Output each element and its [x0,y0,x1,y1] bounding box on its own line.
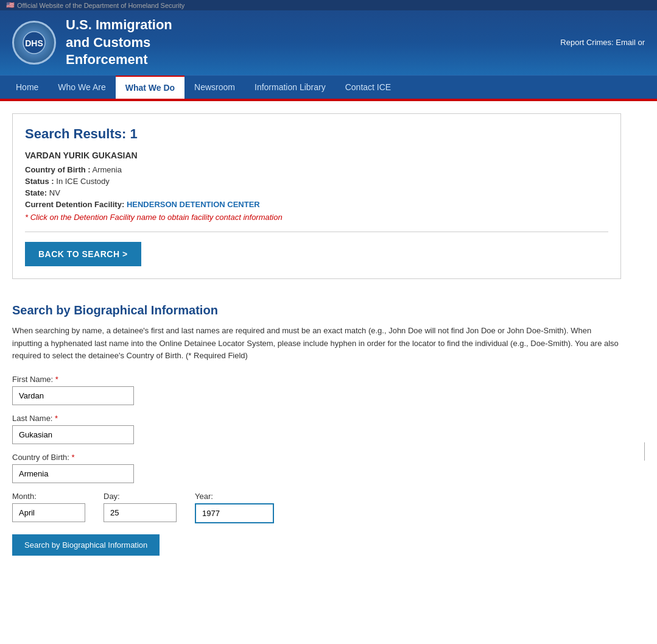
day-input[interactable] [104,503,177,522]
first-name-input[interactable] [12,386,134,405]
state-row: State: NV [25,188,608,197]
search-section-title: Search by Biographical Information [12,303,621,317]
year-label: Year: [195,492,274,501]
month-input[interactable] [12,503,85,522]
search-submit-button[interactable]: Search by Biographical Information [12,534,160,556]
country-label: Country of Birth: * [12,453,621,462]
site-title: U.S. Immigration and Customs Enforcement [66,16,172,69]
header-logo-area: DHS U.S. Immigration and Customs Enforce… [12,16,172,69]
section-divider [25,232,608,232]
first-name-label: First Name: * [12,375,621,384]
last-name-input[interactable] [12,425,134,444]
day-label: Day: [104,492,177,501]
year-group: Year: [195,492,274,523]
results-title: Search Results: 1 [25,126,608,142]
nav-home[interactable]: Home [6,76,48,98]
status-row: Status : In ICE Custody [25,177,608,186]
last-name-required: * [55,414,58,423]
facility-link[interactable]: HENDERSON DETENTION CENTER [127,200,260,209]
facility-row: Current Detention Facility: HENDERSON DE… [25,200,608,209]
last-name-group: Last Name: * [12,414,621,444]
facility-note: * Click on the Detention Facility name t… [25,213,608,222]
first-name-group: First Name: * [12,375,621,405]
date-row: Month: Day: Year: [12,492,621,523]
country-input[interactable] [12,464,134,483]
search-form-section: Search by Biographical Information When … [12,297,621,562]
country-group: Country of Birth: * [12,453,621,483]
search-description: When searching by name, a detainee's fir… [12,325,621,363]
official-banner: 🇺🇸 Official Website of the Department of… [0,0,657,10]
nav-information-library[interactable]: Information Library [245,76,336,98]
report-crimes-text: Report Crimes: Email or [560,38,645,47]
nav-what-we-do[interactable]: What We Do [116,76,184,99]
state-value: NV [49,188,60,197]
country-of-birth-label: Country of Birth : [25,165,91,174]
month-label: Month: [12,492,85,501]
title-line3: Enforcement [66,51,172,69]
dhs-logo: DHS [12,21,56,65]
month-group: Month: [12,492,85,522]
year-input[interactable] [195,503,274,523]
main-content: Search Results: 1 VARDAN YURIK GUKASIAN … [0,101,633,574]
official-text: Official Website of the Department of Ho… [17,2,184,9]
facility-label: Current Detention Facility: [25,200,124,209]
person-name: VARDAN YURIK GUKASIAN [25,150,608,160]
nav-contact-ice[interactable]: Contact ICE [336,76,401,98]
day-group: Day: [104,492,177,522]
site-header: DHS U.S. Immigration and Customs Enforce… [0,10,657,75]
title-line2: and Customs [66,34,172,52]
status-value: In ICE Custody [56,177,109,186]
right-line-decoration [644,442,645,461]
country-of-birth-row: Country of Birth : Armenia [25,165,608,174]
title-line1: U.S. Immigration [66,16,172,34]
main-nav: Home Who We Are What We Do Newsroom Info… [0,75,657,99]
header-right: Report Crimes: Email or [560,38,645,47]
svg-text:DHS: DHS [25,38,43,48]
back-to-search-button[interactable]: BACK TO SEARCH > [25,242,141,266]
state-label: State: [25,188,47,197]
status-label: Status : [25,177,54,186]
last-name-label: Last Name: * [12,414,621,423]
country-of-birth-value: Armenia [93,165,122,174]
results-box: Search Results: 1 VARDAN YURIK GUKASIAN … [12,113,621,279]
nav-newsroom[interactable]: Newsroom [184,76,245,98]
nav-who-we-are[interactable]: Who We Are [48,76,115,98]
first-name-required: * [55,375,58,384]
country-required: * [72,453,75,462]
